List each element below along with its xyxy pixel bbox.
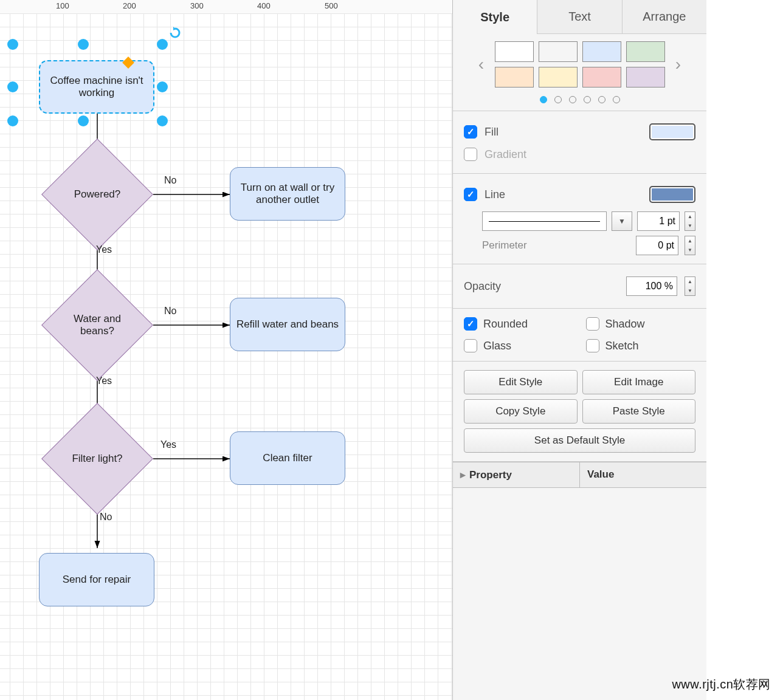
selection-handle-w[interactable]: [7, 81, 18, 92]
glass-checkbox[interactable]: [464, 339, 477, 352]
tab-arrange[interactable]: Arrange: [623, 0, 706, 34]
node-decision-filter[interactable]: Filter light?: [58, 419, 137, 498]
line-style-preview[interactable]: [482, 211, 607, 231]
line-checkbox[interactable]: ✓: [464, 188, 477, 201]
swatch-blue[interactable]: [582, 41, 621, 62]
canvas[interactable]: 100 200 300 400 500 Coffee machine isn't…: [0, 0, 452, 700]
swatch-prev[interactable]: ‹: [474, 55, 489, 74]
shadow-checkbox[interactable]: [586, 317, 599, 331]
edit-image-button[interactable]: Edit Image: [582, 370, 696, 394]
edge-label-yes[interactable]: Yes: [160, 439, 176, 450]
ruler-tick: 100: [56, 1, 69, 10]
page-dot[interactable]: [569, 96, 576, 103]
rounded-checkbox[interactable]: ✓: [464, 317, 477, 331]
selection-handle-nw[interactable]: [7, 39, 18, 50]
swatch-next[interactable]: ›: [671, 55, 686, 74]
paste-style-button[interactable]: Paste Style: [582, 399, 696, 424]
selection-handle-n[interactable]: [78, 39, 89, 50]
opacity-input[interactable]: [626, 276, 677, 296]
ruler-horizontal: 100 200 300 400 500: [0, 0, 452, 13]
selection-handle-e[interactable]: [157, 81, 168, 92]
ruler-tick: 300: [190, 1, 204, 10]
default-style-button[interactable]: Set as Default Style: [464, 428, 695, 453]
node-label: Send for repair: [63, 574, 131, 586]
edge-label-yes[interactable]: Yes: [96, 376, 112, 386]
fill-section: ✓ Fill Gradient: [453, 111, 706, 174]
line-width-input[interactable]: [637, 211, 680, 231]
perimeter-label: Perimeter: [482, 239, 630, 252]
gradient-label: Gradient: [485, 148, 695, 161]
edge-label-no[interactable]: No: [164, 175, 176, 186]
gradient-checkbox[interactable]: [464, 148, 477, 161]
format-panel: Style Text Arrange ‹ ›: [452, 0, 706, 700]
selection-handle-se[interactable]: [157, 115, 168, 126]
node-action-outlet[interactable]: Turn on at wall or try another outlet: [230, 167, 345, 221]
node-label: Powered?: [74, 188, 121, 201]
panel-tabs: Style Text Arrange: [453, 0, 706, 34]
swatch-yellow[interactable]: [539, 67, 578, 88]
expand-icon[interactable]: ▸: [460, 469, 466, 481]
edge-label-no[interactable]: No: [100, 512, 112, 523]
line-width-stepper[interactable]: ▲▼: [685, 211, 695, 231]
swatch-section: ‹ ›: [453, 34, 706, 111]
opacity-label: Opacity: [464, 280, 619, 293]
node-end-repair[interactable]: Send for repair: [39, 553, 154, 606]
opacity-stepper[interactable]: ▲▼: [685, 276, 695, 296]
fill-color-chip[interactable]: [649, 123, 695, 140]
opacity-section: Opacity ▲▼: [453, 264, 706, 309]
fill-label: Fill: [485, 126, 642, 139]
watermark: www.rjtj.cn软荐网: [672, 676, 771, 693]
selection-handle-s[interactable]: [78, 115, 89, 126]
node-label: Turn on at wall or try another outlet: [230, 182, 345, 206]
ruler-tick: 500: [325, 1, 338, 10]
property-table-header[interactable]: ▸Property Value: [453, 462, 706, 488]
line-style-dropdown[interactable]: ▼: [612, 211, 632, 231]
property-header: Property: [469, 469, 512, 481]
swatch-white[interactable]: [495, 41, 534, 62]
line-section: ✓ Line ▼ ▲▼ Perimeter ▲▼: [453, 174, 706, 264]
value-header: Value: [580, 462, 706, 487]
line-label: Line: [485, 188, 642, 201]
sketch-checkbox[interactable]: [586, 339, 599, 352]
page-dot[interactable]: [584, 96, 591, 103]
node-label: Refill water and beans: [236, 318, 339, 331]
node-action-clean-filter[interactable]: Clean filter: [230, 431, 345, 485]
copy-style-button[interactable]: Copy Style: [464, 399, 578, 424]
line-color-chip[interactable]: [649, 186, 695, 203]
swatch-page-dots: [459, 96, 700, 103]
page-dot[interactable]: [554, 96, 562, 103]
node-action-refill[interactable]: Refill water and beans: [230, 298, 345, 351]
page-dot[interactable]: [540, 96, 547, 103]
swatch-green[interactable]: [626, 41, 665, 62]
selection-handle-ne[interactable]: [157, 39, 168, 50]
tab-text[interactable]: Text: [537, 0, 622, 34]
node-label: Clean filter: [263, 452, 312, 464]
swatch-gray[interactable]: [539, 41, 578, 62]
sketch-label: Sketch: [605, 340, 639, 352]
swatch-red[interactable]: [582, 67, 621, 88]
page-dot[interactable]: [613, 96, 620, 103]
perimeter-input[interactable]: [636, 236, 678, 255]
swatch-orange[interactable]: [495, 67, 534, 88]
selection-handle-sw[interactable]: [7, 115, 18, 126]
ruler-tick: 400: [257, 1, 271, 10]
tab-style[interactable]: Style: [453, 0, 537, 34]
style-options-section: ✓Rounded Shadow Glass Sketch: [453, 309, 706, 362]
node-start[interactable]: Coffee machine isn't working: [39, 60, 154, 114]
page-dot[interactable]: [598, 96, 605, 103]
node-decision-water-beans[interactable]: Water and beans?: [58, 286, 137, 365]
swatch-purple[interactable]: [626, 67, 665, 88]
edge-label-no[interactable]: No: [164, 306, 176, 317]
perimeter-stepper[interactable]: ▲▼: [685, 236, 695, 255]
node-label: Water and beans?: [58, 313, 137, 337]
node-label: Filter light?: [72, 453, 122, 465]
rotate-handle[interactable]: [169, 27, 181, 39]
edge-label-yes[interactable]: Yes: [96, 244, 112, 255]
fill-checkbox[interactable]: ✓: [464, 125, 477, 139]
ruler-tick: 200: [123, 1, 136, 10]
node-decision-powered[interactable]: Powered?: [58, 155, 137, 234]
edit-style-button[interactable]: Edit Style: [464, 370, 578, 394]
shadow-label: Shadow: [605, 318, 645, 331]
rounded-label: Rounded: [483, 318, 528, 331]
glass-label: Glass: [483, 340, 511, 352]
